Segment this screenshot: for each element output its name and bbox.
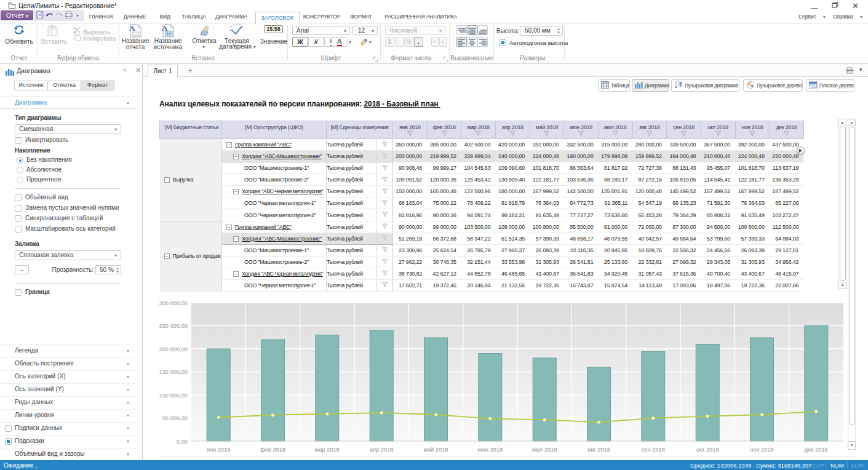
svg-text:сен 2018: сен 2018 — [642, 447, 665, 453]
svg-text:A: A — [129, 23, 135, 33]
svg-text:июл 2018: июл 2018 — [532, 447, 557, 453]
svg-text:авг 2018: авг 2018 — [587, 447, 610, 453]
svg-text:ноя 2018: ноя 2018 — [750, 447, 774, 453]
svg-text:300 000,00: 300 000,00 — [159, 300, 188, 306]
svg-text:50 000,00: 50 000,00 — [162, 415, 188, 421]
svg-text:100 000,00: 100 000,00 — [159, 392, 188, 399]
svg-text:окт 2018: окт 2018 — [696, 447, 719, 453]
svg-text:0,00: 0,00 — [177, 439, 188, 445]
svg-text:250 000,00: 250 000,00 — [159, 323, 188, 329]
svg-text:дек 2018: дек 2018 — [805, 447, 828, 453]
svg-text:фев 2018: фев 2018 — [260, 447, 285, 453]
svg-text:200 000,00: 200 000,00 — [159, 346, 188, 352]
svg-text:150 000,00: 150 000,00 — [159, 369, 188, 375]
svg-text:июн 2018: июн 2018 — [478, 447, 503, 453]
svg-text:мар 2018: мар 2018 — [315, 447, 340, 453]
svg-text:янв 2018: янв 2018 — [207, 447, 230, 453]
svg-text:май 2018: май 2018 — [423, 447, 448, 453]
svg-text:апр 2018: апр 2018 — [370, 447, 394, 453]
